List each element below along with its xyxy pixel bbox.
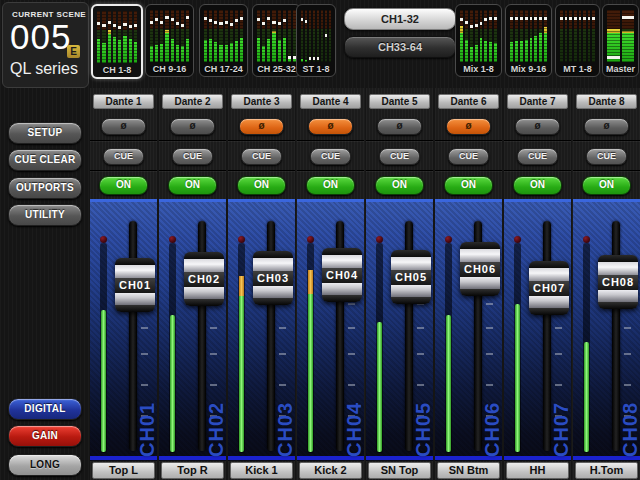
long-faders-button[interactable]: LONG FADERS (8, 454, 82, 476)
phase-button[interactable]: ø (584, 118, 629, 135)
channel-name[interactable]: Kick 2 (299, 462, 362, 479)
channel-name[interactable]: Top L (92, 462, 155, 479)
phase-button[interactable]: ø (239, 118, 284, 135)
cue-button[interactable]: CUE (448, 148, 489, 165)
meter-bar-level (622, 33, 635, 62)
input-port-label: Dante 4 (300, 94, 361, 109)
channel-meter (238, 243, 245, 453)
channel-name[interactable]: Kick 1 (230, 462, 293, 479)
fader-cap-edge (598, 302, 638, 309)
fader-cap[interactable]: CH08 (598, 255, 638, 309)
utility-button[interactable]: UTILITY (8, 204, 82, 226)
meter-bar (309, 10, 311, 62)
meter-block-ch17-24[interactable]: CH 17-24 (199, 4, 248, 77)
fader-position-mark (113, 24, 116, 27)
fader-cap[interactable]: CH02 (184, 252, 224, 306)
on-button[interactable]: ON (582, 176, 631, 195)
channel-meter (307, 243, 314, 453)
fader-cap[interactable]: CH04 (322, 248, 362, 302)
scale-tick (348, 303, 355, 305)
meter-level (239, 276, 244, 452)
meter-block-st1-8[interactable]: ST 1-8 (296, 4, 336, 77)
meter-block-label: Mix 1-8 (456, 64, 501, 74)
scene-edit-badge: E (67, 45, 80, 58)
on-button[interactable]: ON (444, 176, 493, 195)
channel-name[interactable]: Top R (161, 462, 224, 479)
channel-meter (583, 243, 590, 453)
fader-cap-label: CH02 (184, 272, 224, 287)
cue-button[interactable]: CUE (586, 148, 627, 165)
meter-block-ch25-32[interactable]: CH 25-32 (252, 4, 301, 77)
cue-button[interactable]: CUE (379, 148, 420, 165)
phase-button[interactable]: ø (101, 118, 146, 135)
setup-button[interactable]: SETUP (8, 122, 82, 144)
cue-button[interactable]: CUE (517, 148, 558, 165)
cue-button[interactable]: CUE (103, 148, 144, 165)
meter-block-mt1-8[interactable]: MT 1-8 (555, 4, 600, 77)
cue-button[interactable]: CUE (172, 148, 213, 165)
fader-position-mark (622, 16, 635, 19)
on-button[interactable]: ON (99, 176, 148, 195)
gain-button[interactable]: GAIN (8, 425, 82, 447)
fader-position-mark (317, 57, 319, 60)
peak-led (100, 236, 107, 243)
tab-ch1-32[interactable]: CH1-32 (344, 8, 456, 30)
outports-button[interactable]: OUTPORTS (8, 177, 82, 199)
meter-bar (607, 10, 620, 62)
cue-button[interactable]: CUE (241, 148, 282, 165)
meter-bar (171, 10, 174, 62)
fader-cap[interactable]: CH03 (253, 251, 293, 305)
fader-cap[interactable]: CH07 (529, 261, 569, 315)
meter-bar (219, 10, 222, 62)
channel-name[interactable]: H.Tom (575, 462, 638, 479)
on-button[interactable]: ON (375, 176, 424, 195)
meter-bar (230, 10, 233, 62)
on-button[interactable]: ON (237, 176, 286, 195)
digital-button[interactable]: DIGITAL (8, 398, 82, 420)
fader-position-mark (176, 22, 179, 25)
channel-name[interactable]: SN Top (368, 462, 431, 479)
fader-cap-edge (115, 258, 155, 265)
meter-bar-level (171, 39, 174, 62)
fader-cap[interactable]: CH01 (115, 258, 155, 312)
fader-cap-metal (322, 283, 362, 295)
phase-button[interactable]: ø (170, 118, 215, 135)
fader-cap-metal (253, 258, 293, 271)
fader-cap[interactable]: CH05 (391, 250, 431, 304)
phase-button[interactable]: ø (515, 118, 560, 135)
meter-bars (150, 10, 189, 62)
meter-block-label: CH 25-32 (253, 64, 300, 74)
channel-name[interactable]: SN Btm (437, 462, 500, 479)
meter-bars (607, 10, 634, 62)
meter-block-ch1-8[interactable]: CH 1-8 (91, 4, 143, 79)
fader-position-mark (204, 17, 207, 20)
on-button[interactable]: ON (513, 176, 562, 195)
tab-ch33-64[interactable]: CH33-64 (344, 36, 456, 58)
meter-bar (181, 10, 184, 62)
fader-cap[interactable]: CH06 (460, 242, 500, 296)
meter-bar-level (515, 41, 518, 62)
meter-bar (118, 11, 121, 63)
app: { "scene": {"label": "CURRENT SCENE", "n… (0, 0, 640, 480)
divider (90, 170, 157, 171)
meter-block-mix9-16[interactable]: Mix 9-16 (505, 4, 552, 77)
phase-button[interactable]: ø (308, 118, 353, 135)
on-button[interactable]: ON (306, 176, 355, 195)
fader-position-mark (267, 17, 270, 20)
meter-level (377, 322, 382, 452)
channel-name[interactable]: HH (506, 462, 569, 479)
meter-block-ch9-16[interactable]: CH 9-16 (145, 4, 194, 77)
fader-cap-metal (322, 255, 362, 268)
meter-bar-yellow (460, 26, 463, 33)
phase-button[interactable]: ø (377, 118, 422, 135)
cue-button[interactable]: CUE (310, 148, 351, 165)
meter-bar-level (278, 40, 281, 62)
meter-block-label: CH 17-24 (200, 64, 247, 74)
cue-clear-button[interactable]: CUE CLEAR (8, 149, 82, 171)
meter-block-mix1-8[interactable]: Mix 1-8 (455, 4, 502, 77)
meter-block-master[interactable]: Master (602, 4, 639, 77)
meter-bar-level (465, 40, 468, 62)
meter-bar (560, 10, 563, 62)
on-button[interactable]: ON (168, 176, 217, 195)
phase-button[interactable]: ø (446, 118, 491, 135)
